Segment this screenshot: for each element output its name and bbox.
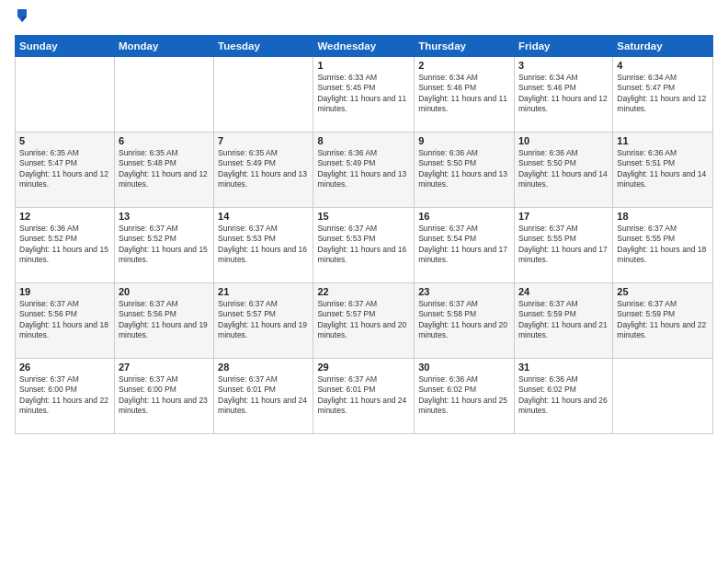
day-info: Sunrise: 6:37 AM Sunset: 5:55 PM Dayligh… [518, 224, 609, 266]
day-info: Sunrise: 6:34 AM Sunset: 5:47 PM Dayligh… [617, 73, 709, 115]
day-cell: 20Sunrise: 6:37 AM Sunset: 5:56 PM Dayli… [114, 283, 213, 359]
day-cell: 16Sunrise: 6:37 AM Sunset: 5:54 PM Dayli… [415, 208, 515, 283]
day-cell: 22Sunrise: 6:37 AM Sunset: 5:57 PM Dayli… [313, 283, 415, 359]
day-number: 16 [418, 211, 510, 222]
day-info: Sunrise: 6:37 AM Sunset: 6:00 PM Dayligh… [19, 374, 110, 417]
day-number: 30 [418, 362, 510, 373]
day-number: 9 [418, 135, 510, 146]
day-number: 15 [317, 211, 410, 222]
day-cell: 14Sunrise: 6:37 AM Sunset: 5:53 PM Dayli… [214, 208, 313, 283]
logo-icon [16, 7, 28, 28]
day-info: Sunrise: 6:34 AM Sunset: 5:46 PM Dayligh… [418, 73, 510, 115]
day-number: 12 [19, 211, 110, 222]
weekday-header-sunday: Sunday [16, 36, 115, 57]
day-cell: 13Sunrise: 6:37 AM Sunset: 5:52 PM Dayli… [114, 208, 213, 283]
day-cell: 7Sunrise: 6:35 AM Sunset: 5:49 PM Daylig… [214, 132, 313, 208]
day-number: 5 [19, 135, 110, 146]
day-cell: 3Sunrise: 6:34 AM Sunset: 5:46 PM Daylig… [514, 57, 612, 132]
day-cell: 12Sunrise: 6:36 AM Sunset: 5:52 PM Dayli… [16, 208, 115, 283]
weekday-header-tuesday: Tuesday [214, 36, 313, 57]
day-info: Sunrise: 6:37 AM Sunset: 5:58 PM Dayligh… [418, 299, 510, 341]
day-cell: 4Sunrise: 6:34 AM Sunset: 5:47 PM Daylig… [613, 57, 713, 132]
day-info: Sunrise: 6:37 AM Sunset: 5:59 PM Dayligh… [617, 299, 709, 341]
day-info: Sunrise: 6:37 AM Sunset: 5:57 PM Dayligh… [317, 299, 410, 341]
day-cell: 1Sunrise: 6:33 AM Sunset: 5:45 PM Daylig… [313, 57, 415, 132]
day-cell: 23Sunrise: 6:37 AM Sunset: 5:58 PM Dayli… [415, 283, 515, 359]
day-info: Sunrise: 6:35 AM Sunset: 5:47 PM Dayligh… [19, 148, 110, 190]
day-cell: 28Sunrise: 6:37 AM Sunset: 6:01 PM Dayli… [214, 359, 313, 434]
day-number: 26 [19, 362, 110, 373]
day-info: Sunrise: 6:36 AM Sunset: 5:50 PM Dayligh… [418, 148, 510, 190]
day-number: 20 [119, 286, 210, 297]
day-cell: 31Sunrise: 6:36 AM Sunset: 6:02 PM Dayli… [514, 359, 612, 434]
day-info: Sunrise: 6:36 AM Sunset: 6:02 PM Dayligh… [418, 374, 510, 417]
day-number: 2 [418, 60, 510, 71]
day-cell: 25Sunrise: 6:37 AM Sunset: 5:59 PM Dayli… [613, 283, 713, 359]
day-cell: 19Sunrise: 6:37 AM Sunset: 5:56 PM Dayli… [16, 283, 115, 359]
day-info: Sunrise: 6:36 AM Sunset: 5:49 PM Dayligh… [317, 148, 410, 190]
header [15, 11, 713, 28]
day-info: Sunrise: 6:36 AM Sunset: 5:51 PM Dayligh… [617, 148, 709, 190]
day-info: Sunrise: 6:37 AM Sunset: 5:57 PM Dayligh… [218, 299, 309, 341]
day-number: 29 [317, 362, 410, 373]
day-info: Sunrise: 6:36 AM Sunset: 5:52 PM Dayligh… [19, 224, 110, 266]
logo [15, 11, 28, 28]
day-info: Sunrise: 6:37 AM Sunset: 6:00 PM Dayligh… [119, 374, 210, 417]
day-number: 13 [119, 211, 210, 222]
day-info: Sunrise: 6:37 AM Sunset: 5:52 PM Dayligh… [119, 224, 210, 266]
day-info: Sunrise: 6:37 AM Sunset: 5:56 PM Dayligh… [119, 299, 210, 341]
day-number: 22 [317, 286, 410, 297]
day-number: 31 [518, 362, 609, 373]
day-cell: 17Sunrise: 6:37 AM Sunset: 5:55 PM Dayli… [514, 208, 612, 283]
day-cell: 30Sunrise: 6:36 AM Sunset: 6:02 PM Dayli… [415, 359, 515, 434]
day-number: 14 [218, 211, 309, 222]
weekday-header-wednesday: Wednesday [313, 36, 415, 57]
day-info: Sunrise: 6:36 AM Sunset: 6:02 PM Dayligh… [518, 374, 609, 417]
day-info: Sunrise: 6:33 AM Sunset: 5:45 PM Dayligh… [317, 73, 410, 115]
day-info: Sunrise: 6:35 AM Sunset: 5:49 PM Dayligh… [218, 148, 309, 190]
day-cell: 10Sunrise: 6:36 AM Sunset: 5:50 PM Dayli… [514, 132, 612, 208]
day-info: Sunrise: 6:37 AM Sunset: 5:53 PM Dayligh… [218, 224, 309, 266]
week-row-1: 1Sunrise: 6:33 AM Sunset: 5:45 PM Daylig… [16, 57, 713, 132]
day-number: 4 [617, 60, 709, 71]
day-number: 6 [119, 135, 210, 146]
day-cell: 8Sunrise: 6:36 AM Sunset: 5:49 PM Daylig… [313, 132, 415, 208]
day-cell [214, 57, 313, 132]
day-cell: 24Sunrise: 6:37 AM Sunset: 5:59 PM Dayli… [514, 283, 612, 359]
week-row-4: 19Sunrise: 6:37 AM Sunset: 5:56 PM Dayli… [16, 283, 713, 359]
day-cell: 18Sunrise: 6:37 AM Sunset: 5:55 PM Dayli… [613, 208, 713, 283]
day-number: 25 [617, 286, 709, 297]
day-info: Sunrise: 6:37 AM Sunset: 5:56 PM Dayligh… [19, 299, 110, 341]
svg-marker-1 [22, 17, 27, 22]
day-cell: 11Sunrise: 6:36 AM Sunset: 5:51 PM Dayli… [613, 132, 713, 208]
week-row-3: 12Sunrise: 6:36 AM Sunset: 5:52 PM Dayli… [16, 208, 713, 283]
day-info: Sunrise: 6:37 AM Sunset: 5:53 PM Dayligh… [317, 224, 410, 266]
day-number: 8 [317, 135, 410, 146]
weekday-header-saturday: Saturday [613, 36, 713, 57]
week-row-5: 26Sunrise: 6:37 AM Sunset: 6:00 PM Dayli… [16, 359, 713, 434]
day-info: Sunrise: 6:36 AM Sunset: 5:50 PM Dayligh… [518, 148, 609, 190]
day-number: 17 [518, 211, 609, 222]
day-info: Sunrise: 6:37 AM Sunset: 5:54 PM Dayligh… [418, 224, 510, 266]
day-number: 7 [218, 135, 309, 146]
day-number: 28 [218, 362, 309, 373]
day-number: 23 [418, 286, 510, 297]
day-info: Sunrise: 6:37 AM Sunset: 6:01 PM Dayligh… [317, 374, 410, 417]
day-number: 3 [518, 60, 609, 71]
day-number: 24 [518, 286, 609, 297]
day-info: Sunrise: 6:37 AM Sunset: 5:55 PM Dayligh… [617, 224, 709, 266]
weekday-header-monday: Monday [114, 36, 213, 57]
day-number: 18 [617, 211, 709, 222]
day-number: 10 [518, 135, 609, 146]
day-cell [114, 57, 213, 132]
day-cell: 5Sunrise: 6:35 AM Sunset: 5:47 PM Daylig… [16, 132, 115, 208]
day-info: Sunrise: 6:35 AM Sunset: 5:48 PM Dayligh… [119, 148, 210, 190]
day-cell: 21Sunrise: 6:37 AM Sunset: 5:57 PM Dayli… [214, 283, 313, 359]
day-info: Sunrise: 6:34 AM Sunset: 5:46 PM Dayligh… [518, 73, 609, 115]
calendar: SundayMondayTuesdayWednesdayThursdayFrid… [15, 35, 713, 434]
day-number: 19 [19, 286, 110, 297]
day-cell: 27Sunrise: 6:37 AM Sunset: 6:00 PM Dayli… [114, 359, 213, 434]
day-cell [613, 359, 713, 434]
week-row-2: 5Sunrise: 6:35 AM Sunset: 5:47 PM Daylig… [16, 132, 713, 208]
day-cell: 2Sunrise: 6:34 AM Sunset: 5:46 PM Daylig… [415, 57, 515, 132]
